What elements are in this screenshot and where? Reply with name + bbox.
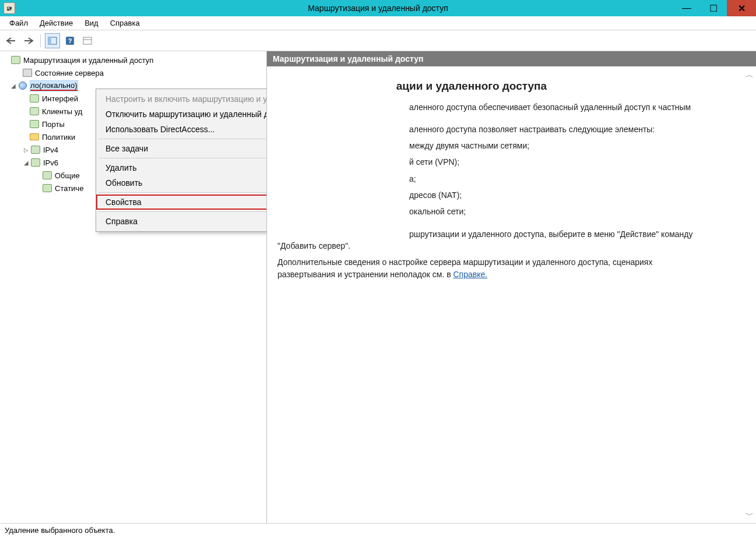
content-b5: окальной сети; (277, 206, 746, 217)
separator (99, 211, 267, 212)
content-header: Маршрутизация и удаленный доступ (267, 51, 756, 66)
context-menu: Настроить и включить маршрутизацию и уда… (96, 89, 267, 232)
cm-delete[interactable]: Удалить (96, 160, 267, 175)
cm-all-tasks[interactable]: Все задачи ▶ (96, 141, 267, 156)
menu-view[interactable]: Вид (79, 17, 104, 29)
scroll-down-icon[interactable]: ﹀ (746, 509, 754, 521)
svg-rect-1 (48, 37, 51, 44)
local-server-icon (17, 81, 28, 90)
content-p1: аленного доступа обеспечивает безопасный… (277, 101, 746, 113)
cm-refresh[interactable]: Обновить (96, 175, 267, 190)
separator (40, 34, 41, 47)
help-link[interactable]: Справке. (453, 270, 488, 279)
close-button[interactable]: ✕ (727, 0, 756, 16)
window-controls: — ☐ ✕ (673, 0, 756, 16)
cm-disable[interactable]: Отключить маршрутизацию и удаленный дост… (96, 107, 267, 122)
cm-help[interactable]: Справка (96, 214, 267, 229)
window-title: Маршрутизация и удаленный доступ (0, 3, 756, 13)
content-body: ︿ Cации и удаленного доступа аленного до… (267, 66, 756, 523)
collapse-icon: ◢ (22, 160, 30, 166)
tree-root-label: Маршрутизация и удаленный доступ (23, 56, 153, 65)
content-b3: а; (277, 173, 746, 185)
tree-local-label: ло(локально) (30, 81, 78, 91)
svg-rect-4 (83, 37, 92, 44)
server-status-icon (22, 68, 33, 77)
separator (99, 158, 267, 158)
properties-button[interactable] (80, 33, 95, 48)
maximize-button[interactable]: ☐ (700, 0, 727, 16)
content-b2: й сети (VPN); (277, 156, 746, 168)
status-text: Удаление выбранного объекта. (5, 526, 115, 535)
tree-server-status[interactable]: Состояние сервера (1, 66, 265, 79)
menubar: Файл Действие Вид Справка (0, 16, 756, 30)
folder-icon (29, 132, 40, 142)
content-b1: между двумя частными сетями; (277, 140, 746, 151)
forward-button[interactable] (21, 33, 36, 48)
titlebar: 🖳 Маршрутизация и удаленный доступ — ☐ ✕ (0, 0, 756, 16)
expand-icon: ▷ (22, 147, 30, 153)
content-heading: Cации и удаленного доступа (277, 78, 746, 94)
cm-configure: Настроить и включить маршрутизацию и уда… (96, 91, 267, 107)
collapse-icon: ◢ (9, 83, 17, 89)
menu-help[interactable]: Справка (104, 17, 146, 29)
tree-root[interactable]: Маршрутизация и удаленный доступ (1, 54, 265, 66)
static-icon (42, 183, 52, 193)
common-icon (42, 171, 52, 180)
separator (99, 139, 267, 139)
content-p4: Дополнительные сведения о настройке серв… (277, 256, 746, 280)
cm-directaccess[interactable]: Использовать DirectAccess... (96, 122, 267, 137)
interfaces-icon (29, 94, 40, 103)
app-icon: 🖳 (3, 2, 15, 14)
toolbar: ? (0, 30, 756, 51)
separator (99, 192, 267, 193)
server-icon (10, 55, 21, 65)
minimize-button[interactable]: — (673, 0, 700, 16)
main-area: Маршрутизация и удаленный доступ Состоян… (0, 51, 756, 523)
cm-properties[interactable]: Свойства (96, 195, 267, 210)
statusbar: Удаление выбранного объекта. (0, 523, 756, 537)
help-button[interactable]: ? (62, 33, 78, 48)
menu-file[interactable]: Файл (3, 17, 34, 29)
clients-icon (29, 107, 40, 116)
tree-pane: Маршрутизация и удаленный доступ Состоян… (0, 51, 267, 523)
scroll-up-icon[interactable]: ︿ (746, 69, 754, 80)
content-b4: дресов (NAT); (277, 189, 746, 201)
ipv4-icon (30, 145, 41, 154)
show-hide-tree-button[interactable] (45, 33, 60, 48)
ports-icon (29, 119, 40, 129)
svg-text:?: ? (68, 37, 72, 44)
ipv6-icon (30, 158, 41, 167)
content-p3: ршрутизации и удаленного доступа, выбери… (277, 228, 746, 252)
content-pane: Маршрутизация и удаленный доступ ︿ Cации… (267, 51, 756, 523)
content-p2: аленного доступа позволяет настраивать с… (277, 123, 746, 135)
back-button[interactable] (3, 33, 19, 48)
menu-action[interactable]: Действие (34, 17, 79, 29)
